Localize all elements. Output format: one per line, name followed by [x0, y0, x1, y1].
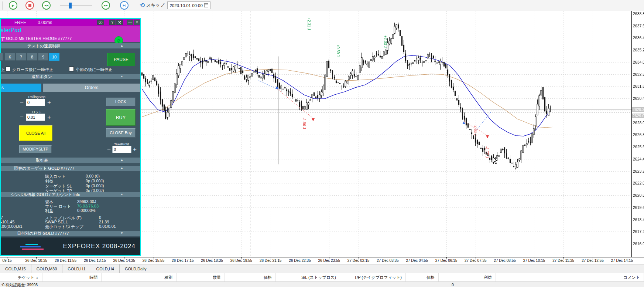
info-icon[interactable]: ⓘ [97, 20, 104, 25]
date-value: 2023.10.01 00:00 [169, 3, 203, 8]
lot-input[interactable] [26, 114, 45, 121]
fast-forward-button[interactable]: ▶▶ [102, 1, 110, 10]
help-icon[interactable]: ? [109, 20, 116, 25]
close-button[interactable]: × [134, 20, 140, 25]
close-buy-button[interactable]: CLOSE Buy [106, 128, 136, 138]
collapse-icon[interactable]: ▲ [120, 74, 123, 79]
pause-after-bar-checkbox[interactable] [69, 67, 74, 71]
column-header-0[interactable]: チケット▲ [0, 273, 42, 281]
speed-button-10[interactable]: 10 [49, 53, 59, 61]
speed-button-8[interactable]: 8 [27, 53, 37, 61]
price-label: 2620.83 [633, 193, 644, 197]
price-label: 2636.43 [633, 36, 644, 40]
price-label: 2624.43 [633, 157, 644, 161]
pause-button[interactable]: PAUSE [107, 53, 135, 66]
tab-gold-daily[interactable]: GOLD,Daily [120, 264, 152, 273]
lock-button[interactable]: LOCK [106, 98, 136, 106]
modify-sltp-button[interactable]: MODIFYSLTP [19, 145, 52, 153]
section-current-target[interactable]: 現在のターゲット GOLD #77777 ▲ [1, 166, 140, 171]
trailingstop-label: TrailingStop [28, 95, 45, 99]
symbol-row-value: 21.39 [99, 220, 109, 224]
calendar-icon[interactable] [204, 3, 208, 7]
takeprofit-minus-button[interactable]: − [107, 146, 111, 153]
takeprofit-plus-button[interactable]: + [133, 146, 137, 153]
rewind-button[interactable]: ◀◀ [42, 1, 51, 10]
section-daily-profit[interactable]: 日付別の利益 GOLD #77777 ▼ [1, 231, 140, 236]
app-window: ▶ ◀◀ ▶▶ ▶| ⟲ スキップ 2023.10.01 00:00 2638.… [0, 0, 644, 287]
time-label: 27 Dec 06:15 [435, 259, 458, 263]
column-header-9[interactable]: コメント [496, 273, 644, 281]
time-label: 26 Dec 15:55 [143, 259, 165, 263]
speed-slider[interactable] [60, 5, 92, 6]
collapse-icon[interactable]: ▲ [120, 166, 123, 171]
trailing-plus-button[interactable]: + [47, 99, 51, 106]
column-header-2[interactable]: 種別 [102, 273, 177, 281]
panel-titlebar[interactable]: FREE 0.00ms ⓘ ? ⚒ — × [1, 19, 140, 26]
column-header-4[interactable]: 価格 [225, 273, 276, 281]
symbol-row-value: 0.01/0.01 [99, 224, 116, 229]
symbol-row-value: 0 [99, 215, 101, 220]
skip-icon[interactable]: ⟲ [140, 1, 145, 9]
toolbar-divider [135, 1, 135, 10]
clipped-value: .00(0.00)J/1 [1, 224, 23, 229]
close-all-button[interactable]: CLOSE All [19, 125, 52, 141]
tab-orders[interactable]: Orders [43, 84, 140, 92]
column-header-3[interactable]: 数量 [177, 273, 225, 281]
minimize-button[interactable]: — [127, 20, 133, 25]
time-label: 27 Dec 02:15 [347, 259, 370, 263]
expand-icon[interactable]: ▼ [120, 231, 123, 236]
symbol-row-value: 39993.00J [77, 199, 96, 204]
tools-icon[interactable]: ⚒ [116, 20, 123, 25]
time-label: 27 Dec 04:55 [406, 259, 428, 263]
time-label: 26 Dec 14:35 [113, 259, 135, 263]
lot-minus-button[interactable]: − [20, 114, 24, 121]
time-label: 26 Dec 19:55 [230, 259, 253, 263]
status-bar: :0 有効証拠金: 39993 0 [0, 282, 644, 287]
section-trade-table[interactable]: 取引表 ▲ [1, 158, 140, 163]
price-label: 2625.63 [633, 145, 644, 149]
speed-button-clipped[interactable] [0, 53, 3, 61]
latency-label: 0.00ms [38, 20, 52, 25]
time-label: 26 Dec 11:55 [55, 259, 76, 263]
takeprofit-input[interactable] [112, 146, 131, 153]
trailing-minus-button[interactable]: − [20, 99, 24, 106]
speed-button-7[interactable]: 7 [16, 53, 26, 61]
test-date-input[interactable]: 2023.10.01 00:00 [167, 1, 210, 9]
tab-gold-m15[interactable]: GOLD,M15 [0, 264, 31, 273]
column-header-7[interactable]: 価格 [406, 273, 439, 281]
collapse-icon[interactable]: ▲ [120, 43, 123, 48]
speed-button-9[interactable]: 9 [38, 53, 48, 61]
speed-button-6[interactable]: 6 [5, 53, 15, 61]
tab-gold-m30[interactable]: GOLD,M30 [31, 264, 63, 273]
buy-button[interactable]: BUY [106, 109, 136, 126]
lot-plus-button[interactable]: + [47, 114, 51, 121]
column-header-8[interactable]: 利益 [439, 273, 496, 281]
price-label: 2637.63 [633, 24, 644, 28]
collapse-icon[interactable]: ▲ [120, 192, 123, 197]
pause-after-close-checkbox[interactable] [6, 67, 10, 71]
testerpad-panel: FREE 0.00ms ⓘ ? ⚒ — × sterPad す GOLD M5 … [0, 18, 141, 256]
symbol-row-label: 最小ロット/ステップ [45, 224, 83, 230]
column-header-5[interactable]: S/L (ストップロス) [276, 273, 340, 281]
symbol-row-label: 利益 [45, 208, 53, 214]
stop-button[interactable] [25, 1, 34, 10]
time-label: 27 Dec 07:35 [465, 259, 487, 263]
mouse-cursor [493, 157, 498, 164]
column-header-6[interactable]: T/P (テイクプロフィット) [340, 273, 406, 281]
section-symbol-info[interactable]: シンボル情報 GOLD / アカウント Info ▲ [1, 192, 140, 197]
collapse-icon[interactable]: ▲ [120, 158, 123, 163]
time-label: 26 Dec 17:15 [172, 259, 194, 263]
tab-gold-h1[interactable]: GOLD,H1 [62, 264, 91, 273]
time-label: 27 Dec 11:35 [552, 259, 574, 263]
section-extra-buttons[interactable]: 追加ボタン ▲ [1, 74, 140, 79]
slider-handle[interactable] [69, 3, 72, 9]
trailingstop-input[interactable] [26, 99, 45, 106]
tab-gold-h4[interactable]: GOLD,H4 [91, 264, 120, 273]
section-speed-control[interactable]: テストの速度制御 ▲ [1, 43, 140, 48]
column-header-1[interactable]: 時間 [42, 273, 102, 281]
tab-positions[interactable]: s [1, 84, 41, 92]
time-axis[interactable]: 09:1526 Dec 10:3526 Dec 11:5526 Dec 13:1… [0, 257, 644, 264]
expforex-brand: EXPFOREX 2008-2024 [63, 243, 136, 250]
play-button[interactable]: ▶ [9, 1, 17, 10]
step-forward-button[interactable]: ▶| [120, 1, 129, 10]
